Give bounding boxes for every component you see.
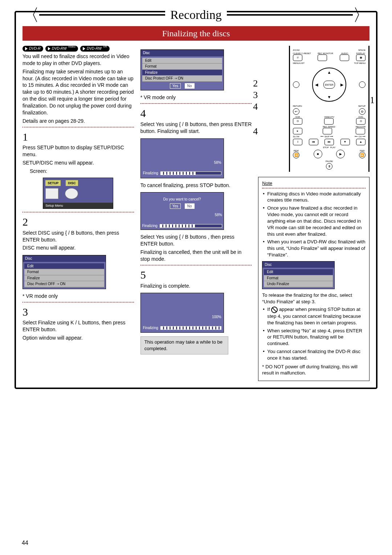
setup-caption: Setup Menu [43,203,113,208]
note-item-4: If appear when pressing STOP button at s… [267,306,366,326]
note-after: To release the finalizing for the disc, … [262,292,366,305]
undo-finalize-osd: Disc Edit Format Undo Finalize [262,261,335,289]
lead-2: 2 [253,77,258,90]
note-star: * DO NOT power off during finalizing, th… [262,364,366,377]
slow-button[interactable]: ⦀ [293,139,302,145]
cancel-finalizing-osd: Do you want to cancel? Yes No 58% Finali… [140,192,224,230]
video-tv-button[interactable] [324,118,334,125]
badge-dvd-rw-vr: DVD-RWVR [80,46,110,52]
step-1-c: Screen: [30,168,134,175]
setup-tab: SETUP [45,180,61,186]
option-no: No [185,83,195,89]
skip-fwd-button[interactable]: ⏭ [324,139,334,145]
skip-back-button[interactable]: ⏮ [309,139,318,145]
disc-menu-osd-2: Disc Edit Format Finalize Disc Protect O… [140,49,224,90]
step-4-b: To cancel finalizing, press STOP button. [140,182,252,189]
chapter-title: Recording [165,7,227,23]
intro-p1: You will need to finalize discs recorded… [23,53,134,67]
rec-otr-button[interactable] [356,128,365,134]
page-number: 44 [22,539,28,547]
column-right: 2 3 4 4 1 ZOOMSPACE CLEAR/ C-RESET⎚ REC … [258,46,369,381]
step-1-b: SETUP/DISC menu will appear. [23,159,134,166]
setup-screen: SETUP DISC Setup Menu [43,178,113,209]
menu-list-button[interactable] [293,81,299,88]
finalizing-complete-osd: 100% Finalizing [140,293,224,333]
vr-footnote-2: * VR mode only [140,94,252,101]
option-yes: Yes [170,83,181,89]
lead-4b: 4 [253,125,258,138]
disc-tab: DISC [66,180,78,186]
step-3-b: Option window will appear. [23,335,134,341]
stop-button[interactable]: ■ [314,150,322,158]
badge-dvd-rw-video: DVD-RWVideo [45,46,78,52]
step-2-b: DISC menu will appear. [23,244,134,251]
badge-dvd-r: DVD-R [23,46,43,52]
step-3-number: 3 [23,305,134,320]
step-2-number: 2 [23,215,134,230]
note-item-2: Once you have finalized a disc recorded … [267,205,366,237]
prohibit-icon [271,307,278,313]
dvd-button[interactable]: ⊙ [356,118,366,125]
top-menu-button[interactable] [359,81,366,88]
play-small-button[interactable]: ▸ [293,128,302,134]
lead-3: 3 [253,89,258,101]
lead-4a: 4 [253,100,258,113]
step-2-a: Select DISC using { / B buttons, then pr… [23,230,134,243]
remote-control-diagram: ZOOMSPACE CLEAR/ C-RESET⎚ REC MONITOR AU… [289,46,369,171]
audio-button[interactable] [340,54,349,61]
section-title: Finalizing the discs [23,26,369,41]
disc-menu-osd-1: Disc Edit Format Finalize Disc Protect O… [23,255,106,289]
step-1-number: 1 [23,130,134,145]
note-item-5: When selecting “No” at step 4, press ENT… [267,328,366,347]
step-4-number: 4 [140,106,252,121]
cancel-yes: Yes [170,203,181,209]
step-1-a: Press SETUP button to display SETUP/DISC… [23,144,134,158]
operation-warning: This operation may take a while to be co… [140,336,228,354]
fwd-button[interactable]: ⏩ [359,152,366,158]
intro-p2: Finalizing may take several minutes up t… [23,68,134,116]
note-item-1: Finalizing discs in Video mode automatic… [267,191,366,204]
step-3-a: Select Finalize using K / L buttons, the… [23,319,134,333]
step-5-number: 5 [140,268,252,283]
disc-type-badges: DVD-R DVD-RWVideo DVD-RWVR [23,46,134,52]
setup-button[interactable]: ⊖ [359,108,366,115]
lead-1: 1 [370,94,375,106]
rec-speed-button[interactable] [323,128,332,134]
step-4-c: Select Yes using { / B buttons , then pr… [140,234,252,247]
rec-monitor-button[interactable] [318,54,327,61]
note-title: Note [262,180,366,187]
note-box: Note Finalizing discs in Video mode auto… [258,177,369,381]
vcr-button[interactable]: ⊙ [293,118,302,125]
step-4-d: Finalizing is cancelled, then the unit w… [140,249,252,263]
clear-button[interactable]: ⎚ [293,54,302,61]
intro-p3: Details are on pages 28-29. [23,118,134,125]
column-left: DVD-R DVD-RWVideo DVD-RWVR You will need… [23,46,134,381]
enter-button[interactable]: ENTER [323,81,335,89]
finalizing-progress-osd: 58% Finalizing [140,138,224,178]
cancel-no: No [185,203,195,209]
return-button[interactable]: ↩ [293,108,299,115]
step-5-a: Finalizing is complete. [140,283,252,289]
rew-button[interactable]: ⏪ [293,152,299,158]
d-pad[interactable]: ▲ ▼ ◀ ▶ ENTER [312,68,346,102]
note-item-3: When you insert a DVD-RW disc finalized … [267,239,366,258]
pause-button[interactable]: ⏸ [326,163,332,170]
step-4-a: Select Yes using { / B buttons, then pre… [140,121,252,135]
chapter-title-row: 〈 Recording 〉 [23,6,369,24]
note-item-6: You cannot cancel finalizing the DVD-R d… [267,348,366,361]
vr-footnote-1: * VR mode only [23,293,134,300]
column-middle: Disc Edit Format Finalize Disc Protect O… [140,46,252,381]
ch-up-button[interactable]: ▲ [356,139,366,145]
ch-down-button[interactable]: ▼ [340,139,350,145]
display-button[interactable]: ◉ [356,54,366,61]
play-button[interactable]: ▶ [336,150,345,158]
